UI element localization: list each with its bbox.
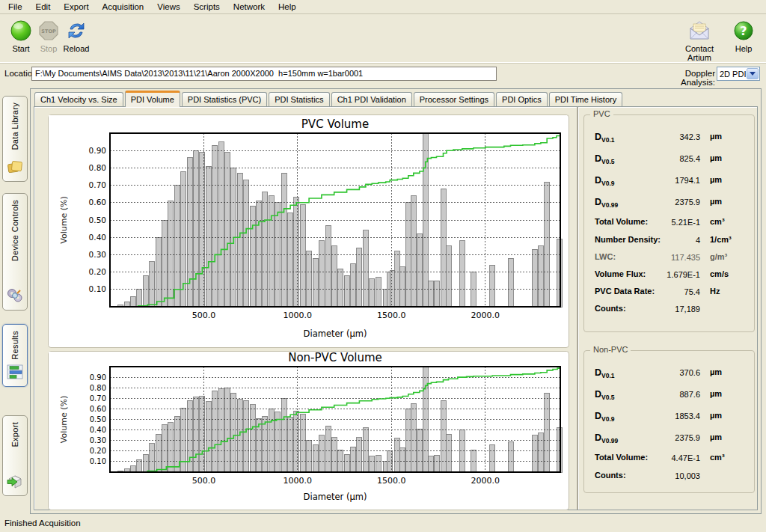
stats-row-value: 370.6 [679,368,700,377]
menu-item-edit[interactable]: Edit [29,1,58,13]
tab-strip: Ch1 Velocity vs. SizePDI VolumePDI Stati… [34,90,624,106]
status-bar: Finished Acquisition [0,516,766,532]
stats-row-value: 75.4 [684,287,700,296]
svg-text:0.10: 0.10 [90,457,106,465]
menu-item-help[interactable]: Help [272,1,303,13]
sidebar-item-label: Data Library [10,103,19,150]
stats-row-unit: µm [710,389,722,398]
help-icon: ? [733,19,754,42]
svg-text:0.40: 0.40 [90,426,106,434]
stats-row-unit: µm [710,367,722,376]
stats-row-value: 887.6 [679,390,700,399]
stats-row-unit: 1/cm³ [710,235,732,244]
stats-row-label: DV0.9 [595,175,615,187]
contact-artium-button[interactable]: Contact Artium [672,19,726,62]
help-button[interactable]: ? Help [723,19,765,53]
stats-row-label: Number Density: [595,235,661,244]
sidebar-item-label: Export [10,422,19,447]
tab-pdi-time-history[interactable]: PDI Time History [549,92,623,106]
sidebar-item-data-library[interactable]: Data Library [2,96,28,182]
tab-pdi-statistics-pvc-[interactable]: PDI Statistics (PVC) [182,92,267,106]
stats-row-label: Counts: [595,304,626,313]
svg-text:0.80: 0.80 [89,163,106,172]
stats-row-unit: g/m³ [710,252,727,261]
svg-text:2000.0: 2000.0 [471,311,500,320]
stats-row-value: 825.4 [679,154,700,163]
stats-row: LWC:117.435g/m³ [584,252,754,269]
svg-text:PVC Volume: PVC Volume [301,117,369,131]
sidebar-item-results[interactable]: Results [2,324,28,387]
tab-ch1-pdi-validation[interactable]: Ch1 PDI Validation [331,92,412,106]
svg-text:0.90: 0.90 [89,146,106,155]
stats-row: Counts:17,189 [584,304,754,321]
stats-row: Number Density:41/cm³ [584,235,754,252]
pvc-stats-rows: DV0.1342.3µmDV0.5825.4µmDV0.91794.1µmDV0… [584,132,754,321]
stats-row-label: DV0.5 [595,153,615,165]
reload-label: Reload [55,44,97,53]
svg-text:2000.0: 2000.0 [471,476,500,486]
stats-row: DV0.5825.4µm [584,153,754,175]
tab-pdi-volume[interactable]: PDI Volume [125,91,180,107]
sidebar-item-device-controls[interactable]: Device Controls [2,193,28,311]
svg-text:0.70: 0.70 [89,180,106,189]
reload-icon [65,19,88,42]
svg-text:Diameter (µm): Diameter (µm) [304,492,367,502]
chevron-down-icon[interactable] [747,68,759,79]
sidebar-item-export[interactable]: Export [2,415,28,496]
stats-row-value: 2375.9 [675,198,700,207]
stats-row: DV0.5887.6µm [584,389,754,411]
stats-row-unit: cm/s [710,269,729,278]
svg-text:0.30: 0.30 [90,436,106,444]
svg-text:0.40: 0.40 [89,233,106,242]
reload-button[interactable]: Reload [55,19,97,53]
stats-row-label: DV0.1 [595,132,615,144]
menu-item-scripts[interactable]: Scripts [187,1,227,13]
stats-row-value: 342.3 [679,132,700,141]
export-icon [6,473,24,491]
tab-ch1-velocity-vs-size[interactable]: Ch1 Velocity vs. Size [34,92,123,106]
svg-text:0.80: 0.80 [90,384,106,392]
tab-pdi-statistics[interactable]: PDI Statistics [269,92,329,106]
nonpvc-stats-panel: Non-PVC DV0.1370.6µmDV0.5887.6µmDV0.9185… [583,350,755,493]
stats-row: Total Volume:4.47E-1cm³ [584,453,754,471]
svg-text:0.60: 0.60 [90,405,106,413]
svg-text:1500.0: 1500.0 [377,476,406,486]
menu-item-export[interactable]: Export [57,1,95,13]
svg-text:0.50: 0.50 [89,215,106,224]
stats-row-unit: µm [710,432,722,441]
gears-icon [6,287,24,305]
stats-row-value: 1794.1 [675,176,700,185]
pane-divider[interactable] [577,107,578,510]
stats-row-label: Total Volume: [595,217,648,226]
doppler-analysis-select[interactable]: 2D PDI [717,67,760,81]
nonpvc-volume-chart: 0.100.200.300.400.500.600.700.800.90500.… [49,352,567,508]
doppler-analysis-label: Doppler Analysis: [649,69,715,87]
svg-text:?: ? [740,24,747,38]
toolbar: Start STOP Stop Reload Contact Artium [0,15,766,64]
stats-row: DV0.91853.4µm [584,411,754,432]
stats-row-unit: µm [710,197,722,206]
menu-item-views[interactable]: Views [150,1,186,13]
menu-item-file[interactable]: File [1,1,29,13]
stats-row-unit: Hz [710,287,720,296]
envelope-icon [687,19,712,42]
nonpvc-stats-rows: DV0.1370.6µmDV0.5887.6µmDV0.91853.4µmDV0… [584,367,754,488]
pvc-volume-chart: 0.100.200.300.400.500.600.700.800.90500.… [49,115,567,346]
svg-text:0.20: 0.20 [90,447,106,455]
stats-row-value: 1853.4 [675,412,700,421]
stats-row-value: 5.21E-1 [671,218,700,227]
menu-item-acquisition[interactable]: Acquisition [96,1,151,13]
svg-text:Diameter (µm): Diameter (µm) [304,328,367,339]
stats-row-label: PVC Data Rate: [595,287,655,296]
location-input[interactable]: F:\My Documents\AIMS Data\2013\2013\11\2… [31,67,497,81]
contact-artium-label: Contact Artium [672,44,726,62]
svg-text:STOP: STOP [41,28,56,34]
tab-pdi-optics[interactable]: PDI Optics [496,92,548,106]
stats-row-value: 4.47E-1 [671,453,700,462]
tab-processor-settings[interactable]: Processor Settings [414,92,494,106]
menu-item-network[interactable]: Network [227,1,272,13]
svg-text:0.10: 0.10 [89,284,106,293]
help-label: Help [723,44,765,53]
barchart-icon [6,364,24,382]
stats-row-label: Volume Flux: [595,269,646,278]
